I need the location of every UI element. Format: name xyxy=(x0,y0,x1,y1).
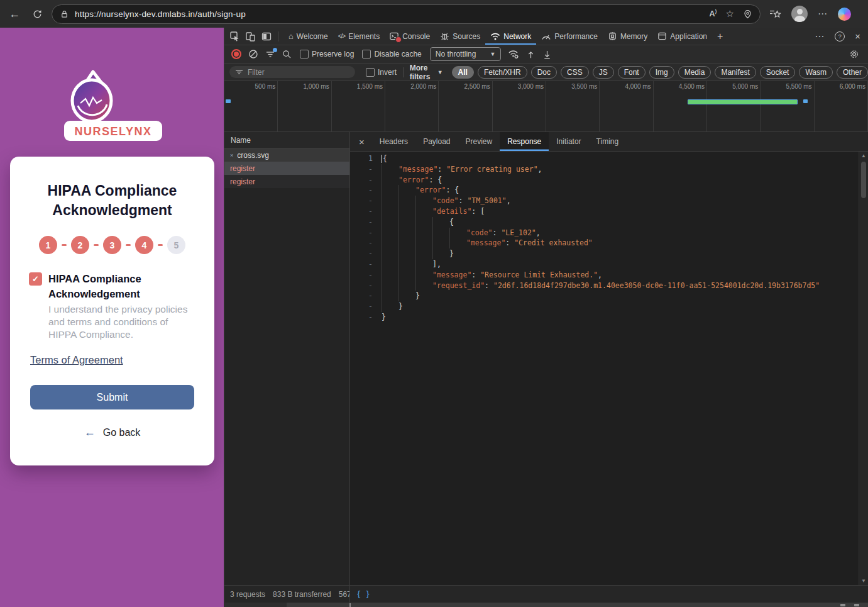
device-emulation-icon[interactable] xyxy=(246,31,256,42)
record-network-log-button[interactable] xyxy=(231,49,241,59)
lock-icon[interactable] xyxy=(60,9,69,19)
chip-img[interactable]: Img xyxy=(649,66,674,79)
location-icon[interactable] xyxy=(743,9,752,19)
console-error-badge xyxy=(395,36,402,43)
chip-all[interactable]: All xyxy=(452,66,474,79)
throttling-dropdown[interactable]: No throttling ▼ xyxy=(430,47,502,61)
code-line: 1{ xyxy=(350,153,868,164)
back-icon[interactable]: ← xyxy=(6,8,23,21)
network-settings-gear-icon[interactable] xyxy=(849,49,859,59)
help-icon[interactable]: ? xyxy=(835,31,845,42)
hipaa-checkbox[interactable]: ✓ xyxy=(29,272,42,286)
network-conditions-icon[interactable] xyxy=(508,49,519,59)
step-indicator: 12345 xyxy=(10,236,214,254)
chip-fetch-xhr[interactable]: Fetch/XHR xyxy=(478,66,527,79)
back-arrow-icon: ← xyxy=(84,426,96,439)
invert-checkbox[interactable]: Invert xyxy=(366,68,397,77)
taskbar-icon xyxy=(854,604,859,606)
export-har-icon[interactable] xyxy=(542,50,552,59)
more-tabs-button[interactable]: + xyxy=(712,28,728,45)
go-back-link[interactable]: ← Go back xyxy=(10,426,214,439)
disable-cache-checkbox[interactable]: Disable cache xyxy=(362,50,421,58)
code-line: -"details": [ xyxy=(350,206,868,217)
checkbox-description: I understand the privacy policies and te… xyxy=(48,303,187,341)
tab-memory[interactable]: Memory xyxy=(603,28,652,45)
detail-tab-initiator[interactable]: Initiator xyxy=(549,132,588,151)
favorite-star-icon[interactable]: ☆ xyxy=(726,8,734,19)
request-row-register[interactable]: register xyxy=(224,175,349,188)
chip-media[interactable]: Media xyxy=(678,66,711,79)
submit-button[interactable]: Submit xyxy=(30,385,194,409)
more-filters-dropdown[interactable]: More filters ▼ xyxy=(410,64,443,81)
devtools-tabbar: ⌂ Welcome </> Elements Console Sources N… xyxy=(224,28,868,45)
tab-performance[interactable]: Performance xyxy=(536,28,603,45)
terms-of-agreement-link[interactable]: Terms of Agreement xyxy=(30,354,123,366)
address-bar[interactable]: https://nurselynx-dev.dmlabs.in/auth/sig… xyxy=(52,4,761,24)
detail-tab-preview[interactable]: Preview xyxy=(458,132,500,151)
step-separator xyxy=(94,244,99,247)
tab-network[interactable]: Network xyxy=(485,28,536,45)
detail-tab-headers[interactable]: Headers xyxy=(372,132,415,151)
tab-application[interactable]: Application xyxy=(652,28,712,45)
filter-toggle-icon[interactable] xyxy=(265,50,275,58)
detail-tab-payload[interactable]: Payload xyxy=(415,132,458,151)
chip-doc[interactable]: Doc xyxy=(531,66,557,79)
request-row-cross-svg[interactable]: × cross.svg xyxy=(224,148,349,162)
import-har-icon[interactable] xyxy=(526,50,536,59)
text-caret xyxy=(382,155,382,163)
close-detail-icon[interactable]: × xyxy=(359,136,365,147)
tab-console[interactable]: Console xyxy=(385,28,435,45)
devtools-menu-icon[interactable]: ⋯ xyxy=(815,31,825,42)
waterfall-bar-short xyxy=(226,99,231,103)
vertical-scrollbar[interactable]: ▲ ▼ xyxy=(859,152,868,585)
close-devtools-icon[interactable]: × xyxy=(855,31,860,42)
checkbox[interactable] xyxy=(300,50,309,58)
devtools-panel: ⌂ Welcome </> Elements Console Sources N… xyxy=(224,28,868,603)
search-icon[interactable] xyxy=(282,50,292,59)
code-line: -} xyxy=(350,248,868,259)
tab-welcome[interactable]: ⌂ Welcome xyxy=(283,28,333,45)
dock-side-icon[interactable] xyxy=(261,31,272,42)
checkbox[interactable] xyxy=(366,68,375,77)
timeline-tick: 6,000 ms xyxy=(815,81,868,131)
response-body-viewer[interactable]: 1{ -"message": "Error creating user", -"… xyxy=(350,152,868,585)
collections-icon[interactable] xyxy=(769,9,781,19)
filter-input[interactable]: Filter xyxy=(229,66,355,78)
request-type-chips: All Fetch/XHR Doc CSS JS Font Img Media … xyxy=(452,66,868,79)
chip-font[interactable]: Font xyxy=(618,66,646,79)
checkbox[interactable] xyxy=(362,50,371,58)
read-aloud-icon[interactable]: A⟩ xyxy=(709,9,717,18)
scroll-down-icon[interactable]: ▼ xyxy=(859,578,868,584)
application-window-icon xyxy=(657,31,667,41)
request-count: 3 requests xyxy=(230,590,265,599)
tab-sources[interactable]: Sources xyxy=(435,28,485,45)
url-text[interactable]: https://nurselynx-dev.dmlabs.in/auth/sig… xyxy=(75,9,246,19)
network-overview-timeline[interactable]: 500 ms 1,000 ms 1,500 ms 2,000 ms 2,500 … xyxy=(224,81,868,132)
code-line: -"request_id": "2d6f.16d18d4f297dbe30.m1… xyxy=(350,281,868,291)
chip-wasm[interactable]: Wasm xyxy=(799,66,833,79)
timeline-ruler: 500 ms 1,000 ms 1,500 ms 2,000 ms 2,500 … xyxy=(224,81,868,131)
request-row-register-selected[interactable]: register xyxy=(224,162,349,175)
scrollbar-thumb[interactable] xyxy=(861,162,866,198)
tab-elements[interactable]: </> Elements xyxy=(333,28,385,45)
profile-avatar[interactable] xyxy=(791,6,808,22)
preserve-log-checkbox[interactable]: Preserve log xyxy=(300,50,354,58)
detail-tab-response[interactable]: Response xyxy=(500,132,549,151)
clear-network-log-icon[interactable] xyxy=(248,49,258,59)
copilot-icon[interactable] xyxy=(838,8,851,21)
scroll-up-icon[interactable]: ▲ xyxy=(859,153,868,159)
checkbox-label: HIPAA Compliance Acknowledgement xyxy=(48,271,187,301)
transferred-size: 833 B transferred xyxy=(273,590,331,599)
format-json-button[interactable]: { } xyxy=(356,590,370,599)
browser-more-menu-icon[interactable]: ⋯ xyxy=(818,8,828,19)
chip-other[interactable]: Other xyxy=(837,66,868,79)
chip-socket[interactable]: Socket xyxy=(760,66,796,79)
inspect-element-icon[interactable] xyxy=(230,31,240,42)
chip-css[interactable]: CSS xyxy=(561,66,589,79)
request-name-column-header[interactable]: Name xyxy=(224,132,349,148)
timeline-tick: 4,500 ms xyxy=(654,81,707,131)
chip-manifest[interactable]: Manifest xyxy=(715,66,755,79)
chip-js[interactable]: JS xyxy=(593,66,614,79)
refresh-icon[interactable] xyxy=(29,9,45,19)
detail-tab-timing[interactable]: Timing xyxy=(589,132,627,151)
